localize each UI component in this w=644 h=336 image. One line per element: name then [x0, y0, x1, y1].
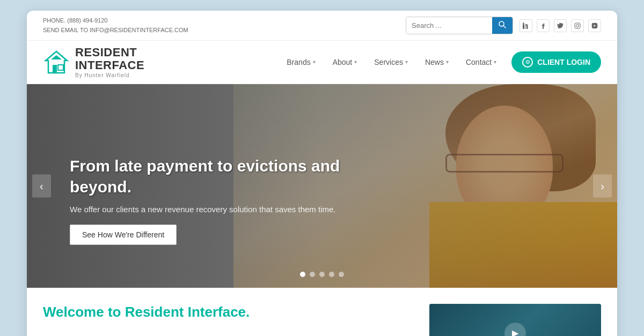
hero-prev-button[interactable]: ‹ — [32, 174, 51, 197]
nav-brands[interactable]: Brands ▾ — [279, 54, 323, 71]
hero-cta-button[interactable]: See How We're Different — [70, 225, 177, 245]
svg-rect-2 — [523, 24, 524, 29]
nav-about[interactable]: About ▾ — [325, 54, 365, 71]
hero-section: From late payment to evictions and beyon… — [27, 84, 617, 288]
about-chevron: ▾ — [354, 59, 357, 65]
top-bar: PHONE. (888) 494-9120 SEND EMAIL TO INFO… — [27, 11, 617, 41]
logo-text: RESIDENTINTERFACE By Hunter Warfield — [75, 46, 144, 78]
email-address: INFO@RESIDENTINTERFACE.COM — [90, 27, 188, 33]
search-bar[interactable] — [406, 17, 513, 34]
dot-1[interactable] — [300, 272, 305, 277]
nav-services[interactable]: Services ▾ — [367, 54, 415, 71]
client-login-button[interactable]: ⊙ CLIENT LOGIN — [511, 51, 601, 73]
svg-marker-10 — [51, 55, 62, 59]
svg-point-5 — [576, 24, 579, 27]
contact-info: PHONE. (888) 494-9120 SEND EMAIL TO INFO… — [43, 16, 188, 35]
hero-content: From late payment to evictions and beyon… — [70, 155, 392, 245]
dot-2[interactable] — [310, 272, 315, 277]
nav-news[interactable]: News ▾ — [418, 54, 456, 71]
news-chevron: ▾ — [446, 59, 449, 65]
twitter-icon[interactable] — [554, 19, 567, 32]
services-chevron: ▾ — [405, 59, 408, 65]
nav-links: Brands ▾ About ▾ Services ▾ News ▾ Conta… — [279, 51, 601, 73]
dot-3[interactable] — [319, 272, 325, 277]
bottom-section: Welcome to Resident Interface. ▶ — [27, 288, 617, 336]
browser-window: PHONE. (888) 494-9120 SEND EMAIL TO INFO… — [27, 11, 617, 336]
hero-title: From late payment to evictions and beyon… — [70, 155, 392, 197]
svg-line-1 — [503, 26, 506, 28]
nav-contact[interactable]: Contact ▾ — [458, 54, 504, 71]
play-button[interactable]: ▶ — [504, 323, 526, 336]
facebook-icon[interactable] — [537, 19, 550, 32]
svg-point-6 — [579, 24, 579, 24]
top-right — [406, 17, 601, 34]
dot-5[interactable] — [339, 272, 344, 277]
logo-main-text: RESIDENTINTERFACE — [75, 46, 144, 72]
hero-subtitle: We offer our clients a new revenue recov… — [70, 205, 392, 214]
logo[interactable]: RESIDENTINTERFACE By Hunter Warfield — [43, 46, 144, 78]
brands-chevron: ▾ — [313, 59, 316, 65]
video-thumbnail[interactable]: ▶ — [429, 304, 601, 336]
youtube-icon[interactable] — [588, 19, 601, 32]
phone-label: PHONE. — [43, 17, 65, 24]
hero-dots — [300, 272, 344, 277]
instagram-icon[interactable] — [571, 19, 584, 32]
svg-point-3 — [523, 23, 524, 24]
svg-rect-4 — [575, 23, 580, 28]
welcome-title: Welcome to Resident Interface. — [43, 304, 408, 320]
hero-next-button[interactable]: › — [593, 174, 612, 197]
svg-rect-8 — [53, 65, 57, 73]
nav-bar: RESIDENTINTERFACE By Hunter Warfield Bra… — [27, 41, 617, 84]
email-prefix: SEND EMAIL TO — [43, 27, 88, 33]
welcome-text: Welcome to Resident Interface. — [43, 304, 408, 320]
svg-rect-9 — [58, 65, 63, 70]
search-button[interactable] — [492, 17, 513, 34]
social-icons — [519, 19, 601, 32]
contact-chevron: ▾ — [494, 59, 496, 65]
dot-4[interactable] — [329, 272, 334, 277]
search-input[interactable] — [406, 18, 492, 33]
logo-svg — [43, 49, 70, 76]
linkedin-icon[interactable] — [519, 19, 532, 32]
login-circle-icon: ⊙ — [522, 57, 533, 68]
logo-tagline: By Hunter Warfield — [75, 72, 144, 78]
phone-number: (888) 494-9120 — [67, 17, 107, 24]
